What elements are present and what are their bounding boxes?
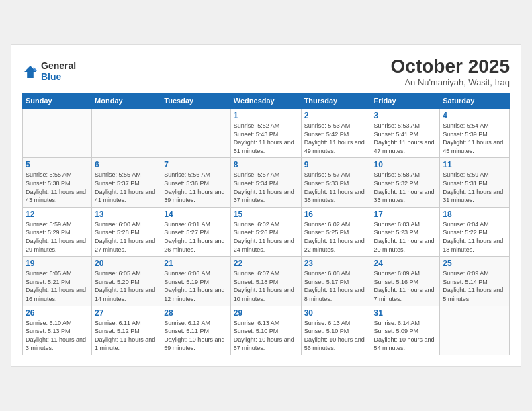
day-info: Sunrise: 6:03 AMSunset: 5:23 PMDaylight:… [374, 220, 437, 254]
day-cell-10: 10Sunrise: 5:58 AMSunset: 5:32 PMDayligh… [371, 158, 440, 207]
day-cell-12: 12Sunrise: 5:59 AMSunset: 5:29 PMDayligh… [23, 207, 92, 256]
day-number: 16 [304, 210, 368, 219]
weekday-header-thursday: Thursday [301, 93, 371, 109]
day-info: Sunrise: 6:02 AMSunset: 5:25 PMDaylight:… [304, 220, 368, 254]
day-info: Sunrise: 6:05 AMSunset: 5:21 PMDaylight:… [26, 269, 89, 303]
day-number: 12 [26, 210, 89, 219]
day-cell-26: 26Sunrise: 6:10 AMSunset: 5:13 PMDayligh… [23, 306, 92, 355]
calendar-container: General Blue October 2025 An Nu'maniyah,… [11, 44, 521, 367]
day-cell-1: 1Sunrise: 5:52 AMSunset: 5:43 PMDaylight… [230, 109, 301, 158]
day-info: Sunrise: 6:13 AMSunset: 5:10 PMDaylight:… [234, 319, 298, 353]
day-info: Sunrise: 5:54 AMSunset: 5:39 PMDaylight:… [443, 122, 506, 155]
day-number: 31 [374, 308, 437, 318]
day-cell-24: 24Sunrise: 6:09 AMSunset: 5:16 PMDayligh… [371, 257, 440, 306]
day-info: Sunrise: 6:10 AMSunset: 5:13 PMDaylight:… [26, 319, 89, 353]
day-cell-20: 20Sunrise: 6:05 AMSunset: 5:20 PMDayligh… [92, 257, 161, 306]
empty-cell [161, 109, 230, 158]
day-number: 15 [234, 210, 298, 219]
day-number: 27 [95, 308, 158, 318]
day-number: 26 [26, 308, 89, 318]
day-cell-22: 22Sunrise: 6:07 AMSunset: 5:18 PMDayligh… [230, 257, 301, 306]
day-number: 24 [374, 259, 437, 268]
day-number: 20 [95, 259, 158, 268]
day-info: Sunrise: 5:53 AMSunset: 5:42 PMDaylight:… [304, 122, 368, 155]
day-info: Sunrise: 6:02 AMSunset: 5:26 PMDaylight:… [234, 220, 298, 254]
day-number: 14 [164, 210, 227, 219]
day-number: 11 [443, 160, 506, 169]
day-cell-30: 30Sunrise: 6:13 AMSunset: 5:10 PMDayligh… [301, 306, 371, 355]
day-number: 21 [164, 259, 227, 268]
day-info: Sunrise: 5:59 AMSunset: 5:29 PMDaylight:… [26, 220, 89, 254]
weekday-header-saturday: Saturday [440, 93, 510, 109]
location-text: An Nu'maniyah, Wasit, Iraq [391, 77, 510, 87]
day-number: 13 [95, 210, 158, 219]
day-cell-16: 16Sunrise: 6:02 AMSunset: 5:25 PMDayligh… [301, 207, 371, 256]
day-info: Sunrise: 5:52 AMSunset: 5:43 PMDaylight:… [234, 122, 298, 155]
day-number: 19 [26, 259, 89, 268]
day-number: 7 [164, 160, 227, 169]
week-row-3: 12Sunrise: 5:59 AMSunset: 5:29 PMDayligh… [23, 207, 510, 256]
day-number: 23 [304, 259, 368, 268]
day-info: Sunrise: 5:59 AMSunset: 5:31 PMDaylight:… [443, 171, 506, 204]
day-info: Sunrise: 5:57 AMSunset: 5:34 PMDaylight:… [234, 171, 298, 204]
empty-cell [440, 306, 510, 355]
day-number: 18 [443, 210, 506, 219]
day-info: Sunrise: 6:12 AMSunset: 5:11 PMDaylight:… [164, 319, 227, 353]
logo: General Blue [22, 61, 76, 82]
day-number: 22 [234, 259, 298, 268]
header-section: General Blue October 2025 An Nu'maniyah,… [22, 56, 510, 87]
day-info: Sunrise: 6:09 AMSunset: 5:16 PMDaylight:… [374, 269, 437, 303]
day-cell-18: 18Sunrise: 6:04 AMSunset: 5:22 PMDayligh… [440, 207, 510, 256]
day-number: 5 [26, 160, 89, 169]
day-number: 8 [234, 160, 298, 169]
day-number: 1 [234, 111, 298, 120]
day-info: Sunrise: 6:09 AMSunset: 5:14 PMDaylight:… [443, 269, 506, 303]
day-number: 4 [443, 111, 506, 120]
day-number: 28 [164, 308, 227, 318]
logo-icon [22, 64, 38, 80]
weekday-header-tuesday: Tuesday [161, 93, 230, 109]
week-row-4: 19Sunrise: 6:05 AMSunset: 5:21 PMDayligh… [23, 257, 510, 306]
day-info: Sunrise: 6:13 AMSunset: 5:10 PMDaylight:… [304, 319, 368, 353]
weekday-header-wednesday: Wednesday [230, 93, 301, 109]
day-cell-2: 2Sunrise: 5:53 AMSunset: 5:42 PMDaylight… [301, 109, 371, 158]
day-number: 30 [304, 308, 368, 318]
day-info: Sunrise: 6:11 AMSunset: 5:12 PMDaylight:… [95, 319, 158, 353]
title-section: October 2025 An Nu'maniyah, Wasit, Iraq [391, 56, 510, 87]
day-info: Sunrise: 5:58 AMSunset: 5:32 PMDaylight:… [374, 171, 437, 204]
day-number: 6 [95, 160, 158, 169]
day-cell-19: 19Sunrise: 6:05 AMSunset: 5:21 PMDayligh… [23, 257, 92, 306]
week-row-5: 26Sunrise: 6:10 AMSunset: 5:13 PMDayligh… [23, 306, 510, 355]
day-info: Sunrise: 6:01 AMSunset: 5:27 PMDaylight:… [164, 220, 227, 254]
day-info: Sunrise: 6:14 AMSunset: 5:09 PMDaylight:… [374, 319, 437, 353]
day-info: Sunrise: 5:53 AMSunset: 5:41 PMDaylight:… [374, 122, 437, 155]
day-cell-27: 27Sunrise: 6:11 AMSunset: 5:12 PMDayligh… [92, 306, 161, 355]
month-title: October 2025 [391, 56, 510, 77]
day-info: Sunrise: 6:00 AMSunset: 5:28 PMDaylight:… [95, 220, 158, 254]
day-number: 25 [443, 259, 506, 268]
weekday-header-sunday: Sunday [23, 93, 92, 109]
day-cell-9: 9Sunrise: 5:57 AMSunset: 5:33 PMDaylight… [301, 158, 371, 207]
day-cell-7: 7Sunrise: 5:56 AMSunset: 5:36 PMDaylight… [161, 158, 230, 207]
day-number: 2 [304, 111, 368, 120]
day-cell-11: 11Sunrise: 5:59 AMSunset: 5:31 PMDayligh… [440, 158, 510, 207]
day-info: Sunrise: 6:08 AMSunset: 5:17 PMDaylight:… [304, 269, 368, 303]
day-cell-15: 15Sunrise: 6:02 AMSunset: 5:26 PMDayligh… [230, 207, 301, 256]
logo-general-text: General [41, 61, 76, 71]
day-info: Sunrise: 5:55 AMSunset: 5:37 PMDaylight:… [95, 171, 158, 204]
calendar-grid: SundayMondayTuesdayWednesdayThursdayFrid… [22, 93, 510, 355]
day-info: Sunrise: 6:06 AMSunset: 5:19 PMDaylight:… [164, 269, 227, 303]
logo-blue-text: Blue [41, 72, 76, 82]
day-number: 9 [304, 160, 368, 169]
week-row-2: 5Sunrise: 5:55 AMSunset: 5:38 PMDaylight… [23, 158, 510, 207]
day-number: 10 [374, 160, 437, 169]
day-number: 17 [374, 210, 437, 219]
day-cell-29: 29Sunrise: 6:13 AMSunset: 5:10 PMDayligh… [230, 306, 301, 355]
day-number: 3 [374, 111, 437, 120]
weekday-header-monday: Monday [92, 93, 161, 109]
day-cell-23: 23Sunrise: 6:08 AMSunset: 5:17 PMDayligh… [301, 257, 371, 306]
day-cell-5: 5Sunrise: 5:55 AMSunset: 5:38 PMDaylight… [23, 158, 92, 207]
day-info: Sunrise: 5:57 AMSunset: 5:33 PMDaylight:… [304, 171, 368, 204]
day-cell-14: 14Sunrise: 6:01 AMSunset: 5:27 PMDayligh… [161, 207, 230, 256]
logo-text: General Blue [41, 61, 76, 82]
